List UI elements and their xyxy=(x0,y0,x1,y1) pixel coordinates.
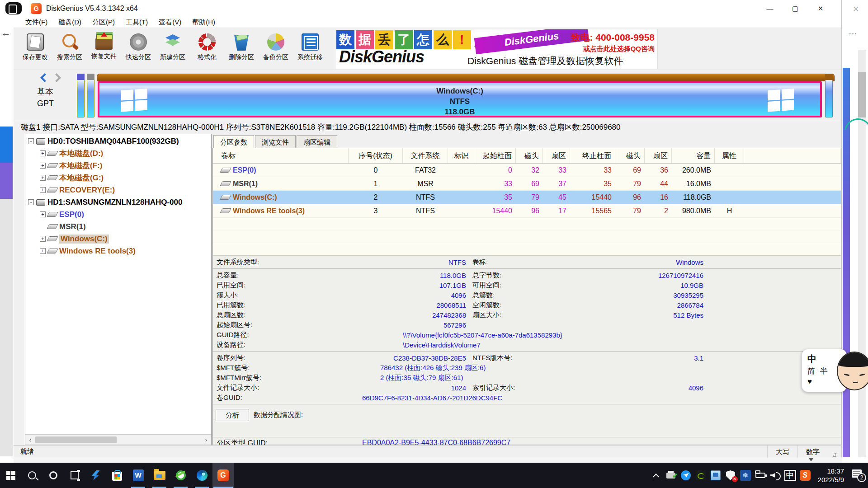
menu-item[interactable]: 工具(T) xyxy=(120,18,153,27)
column-header[interactable]: 磁头 xyxy=(516,148,543,163)
column-header[interactable]: 扇区 xyxy=(543,148,570,163)
column-header[interactable]: 标识 xyxy=(448,148,475,163)
menu-item[interactable]: 帮助(H) xyxy=(187,18,221,27)
background-menu-icon[interactable]: … xyxy=(846,28,860,37)
toolbar-button[interactable]: 格式化 xyxy=(190,30,224,68)
analyze-button[interactable]: 分析 xyxy=(216,409,249,421)
minimize-button[interactable]: — xyxy=(757,0,783,17)
tree-item[interactable]: +Windows(C:) xyxy=(25,233,211,245)
toolbar-button[interactable]: 恢复文件 xyxy=(87,30,121,68)
tray-messenger[interactable] xyxy=(680,469,692,481)
expand-icon[interactable]: + xyxy=(40,150,46,156)
column-header[interactable]: 起始柱面 xyxy=(475,148,516,163)
tray-ime-mode[interactable]: 中 xyxy=(784,469,796,481)
column-header[interactable]: 磁头 xyxy=(615,148,645,163)
next-disk-arrow-icon[interactable] xyxy=(52,73,61,82)
collapse-icon[interactable]: - xyxy=(28,199,34,205)
tree-item[interactable]: MSR(1) xyxy=(25,221,211,233)
tree-item[interactable]: +Windows RE tools(3) xyxy=(25,245,211,257)
expand-icon[interactable]: + xyxy=(40,236,46,242)
ad-qq-link[interactable]: 或点击此处选择QQ咨询 xyxy=(571,45,655,53)
column-header[interactable]: 文件系统 xyxy=(403,148,448,163)
expand-icon[interactable]: + xyxy=(40,175,46,181)
tree-item[interactable]: +本地磁盘(D:) xyxy=(25,147,211,160)
task-view-button[interactable] xyxy=(64,463,85,488)
toolbar-button[interactable]: 搜索分区 xyxy=(52,30,87,68)
tray-snowflake-app[interactable]: ❄ xyxy=(740,469,751,481)
table-row[interactable]: ESP(0)0FAT3203233336936260.0MB xyxy=(213,164,841,177)
file-explorer-button[interactable] xyxy=(149,463,170,488)
background-scrollbar[interactable] xyxy=(858,50,866,457)
tab-分区参数[interactable]: 分区参数 xyxy=(213,135,254,148)
column-header[interactable]: 容量 xyxy=(672,148,715,163)
previous-disk-arrow-icon[interactable] xyxy=(40,73,49,82)
back-arrow-icon[interactable]: ← xyxy=(1,28,11,38)
tab-浏览文件[interactable]: 浏览文件 xyxy=(255,135,296,148)
microsoft-store-button[interactable] xyxy=(106,463,127,488)
partition-block-msr[interactable] xyxy=(87,74,94,117)
expand-icon[interactable]: + xyxy=(40,163,46,169)
column-header[interactable]: 终止柱面 xyxy=(570,148,615,163)
diskgenius-taskbar-button[interactable] xyxy=(212,463,234,488)
tree-item[interactable]: -HD0:TOSHIBAMQ04ABF100(932GB) xyxy=(25,135,211,147)
tray-nvidia[interactable] xyxy=(695,469,707,481)
tray-intel-graphics[interactable] xyxy=(710,469,722,481)
background-close-icon[interactable]: ✕ xyxy=(850,4,862,15)
menu-item[interactable]: 磁盘(D) xyxy=(53,18,87,27)
notification-center-button[interactable]: 2 xyxy=(851,469,866,482)
taskbar-search-button[interactable] xyxy=(21,463,42,488)
column-header[interactable]: 卷标 xyxy=(213,148,349,163)
browser-360-button[interactable] xyxy=(170,463,191,488)
partition-block-windows-c[interactable]: Windows(C:) NTFS 118.0GB xyxy=(98,81,822,117)
tree-item[interactable]: +ESP(0) xyxy=(25,208,211,221)
table-row[interactable]: Windows RE tools(3)3NTFS1544096171556579… xyxy=(213,204,841,218)
ad-banner[interactable]: 数据丢了怎么！ DiskGenius DiskGenius 致电: 400-00… xyxy=(335,29,657,69)
table-row[interactable]: Windows(C:)2NTFS357945154409616118.0GB xyxy=(213,191,841,204)
menu-item[interactable]: 查看(V) xyxy=(153,18,187,27)
tray-battery[interactable] xyxy=(755,469,766,481)
toolbar-button[interactable]: 新建分区 xyxy=(156,30,190,68)
toolbar-button[interactable]: 备份分区 xyxy=(259,30,293,68)
partition-block-esp[interactable] xyxy=(77,74,85,117)
column-header[interactable]: 扇区 xyxy=(645,148,672,163)
expand-icon[interactable]: + xyxy=(40,248,46,254)
background-scrollbar-thumb[interactable] xyxy=(858,72,866,117)
sogou-ime-widget[interactable]: 中 简 半 ♥ xyxy=(802,349,868,395)
scrollbar-thumb[interactable] xyxy=(35,436,117,443)
cortana-button[interactable] xyxy=(42,463,64,488)
expand-icon[interactable]: + xyxy=(40,187,46,193)
toolbar-button[interactable]: 保存更改 xyxy=(18,30,52,68)
tray-defender[interactable]: ✕ xyxy=(725,469,736,481)
table-row[interactable]: MSR(1)1MSR33693735794416.0MB xyxy=(213,177,841,191)
maximize-button[interactable]: ▢ xyxy=(783,0,808,17)
column-header[interactable]: 属性 xyxy=(715,148,744,163)
toolbar-button[interactable]: 系统迁移 xyxy=(293,30,327,68)
scroll-left-arrow-icon[interactable]: ‹ xyxy=(25,436,35,443)
tab-扇区编辑[interactable]: 扇区编辑 xyxy=(297,135,337,148)
tree-horizontal-scrollbar[interactable]: ‹ › xyxy=(25,434,211,445)
tree-item[interactable]: +本地磁盘(G:) xyxy=(25,172,211,184)
tree-item[interactable]: +本地磁盘(F:) xyxy=(25,160,211,172)
column-header[interactable]: 序号(状态) xyxy=(349,148,403,163)
ad-banner-contact[interactable]: 致电: 400-008-9958 或点击此处选择QQ咨询 xyxy=(571,31,655,53)
scroll-right-arrow-icon[interactable]: › xyxy=(201,436,211,443)
tray-printer[interactable] xyxy=(665,469,677,481)
partition-block-re-tools[interactable] xyxy=(825,74,833,117)
toolbar-button[interactable]: 快速分区 xyxy=(121,30,156,68)
tree-item[interactable]: +RECOVERY(E:) xyxy=(25,184,211,196)
tray-sogou[interactable] xyxy=(799,469,811,481)
close-button[interactable]: ✕ xyxy=(808,0,833,17)
tray-volume[interactable] xyxy=(769,469,781,481)
thunder-app-button[interactable] xyxy=(85,463,106,488)
tree-item[interactable]: -HD1:SAMSUNGMZNLN128HAHQ-000 xyxy=(25,196,211,208)
toolbar-button[interactable]: 删除分区 xyxy=(224,30,259,68)
collapse-icon[interactable]: - xyxy=(28,138,34,144)
tray-expand-button[interactable] xyxy=(650,469,662,481)
menu-item[interactable]: 文件(F) xyxy=(20,18,53,27)
edge-button[interactable] xyxy=(191,463,212,488)
word-button[interactable] xyxy=(127,463,149,488)
expand-icon[interactable]: + xyxy=(40,211,46,217)
resize-grip[interactable] xyxy=(828,446,837,458)
menu-item[interactable]: 分区(P) xyxy=(87,18,120,27)
taskbar-clock[interactable]: 18:37 2022/5/9 xyxy=(814,467,848,484)
